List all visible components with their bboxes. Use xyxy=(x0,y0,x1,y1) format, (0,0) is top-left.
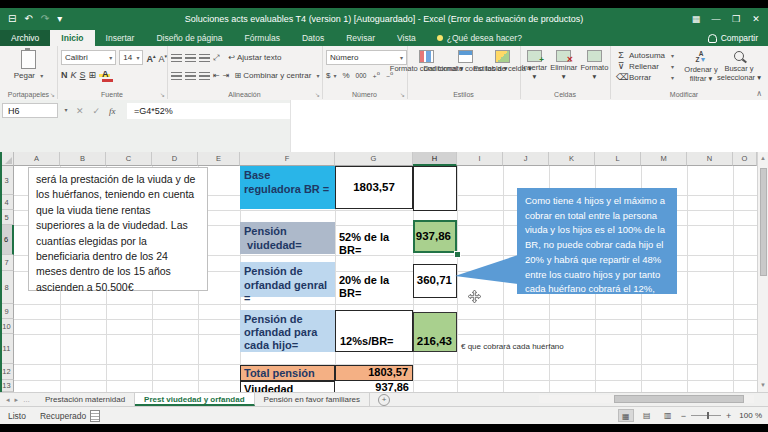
font-color-button[interactable]: A xyxy=(102,69,109,82)
tell-me-search[interactable]: ¿Qué desea hacer? xyxy=(427,30,532,46)
name-box[interactable]: H6 xyxy=(2,103,58,118)
column-header-F[interactable]: F xyxy=(240,152,335,166)
tab-datos[interactable]: Datos xyxy=(291,30,335,46)
column-header-G[interactable]: G xyxy=(335,152,413,166)
cell-h6-viudedad-value-selected[interactable]: 937,86 xyxy=(413,220,457,253)
tab-diseno-de-pagina[interactable]: Diseño de página xyxy=(145,30,233,46)
column-header-M[interactable]: M xyxy=(641,152,687,166)
cell-g6-viudedad-pct[interactable]: 52% de la BR= xyxy=(335,236,411,252)
view-page-break-icon[interactable]: ▥ xyxy=(660,409,676,422)
column-header-A[interactable]: A xyxy=(14,152,60,166)
align-center-icon[interactable] xyxy=(185,72,196,80)
enter-icon[interactable]: ✓ xyxy=(93,106,101,116)
increase-decimal-button[interactable]: ₊⁰ xyxy=(372,71,379,80)
cell-g12-total-value[interactable]: 1803,57 xyxy=(335,365,413,381)
view-page-layout-icon[interactable]: ▤ xyxy=(639,409,655,422)
sort-filter-button[interactable]: AZ▼ Ordenar yfiltrar ▾ xyxy=(682,46,720,83)
align-left-icon[interactable] xyxy=(171,72,182,80)
formula-input-expanded[interactable] xyxy=(290,100,768,152)
recovered-indicator[interactable]: Recuperado xyxy=(40,410,100,422)
zoom-in-icon[interactable]: + xyxy=(726,411,731,421)
column-header-O[interactable]: O xyxy=(733,152,757,166)
sheet-tab-pension-en-favor-familiares[interactable]: Pensión en favor familiares xyxy=(255,393,371,406)
decrease-indent-icon[interactable]: ⇤ xyxy=(213,69,220,82)
italic-button[interactable]: K xyxy=(71,69,77,82)
bold-button[interactable]: N xyxy=(61,69,68,82)
wrap-text-button[interactable]: ↩ Ajustar texto xyxy=(228,53,281,62)
autosum-button[interactable]: ΣAutosuma ▾ xyxy=(616,50,674,60)
row-header-12[interactable]: 12 xyxy=(0,364,14,380)
minimize-button[interactable]: — xyxy=(706,8,726,30)
shrink-font-button[interactable]: A▾ xyxy=(158,50,167,66)
note-textbox[interactable]: será la prestación de la viuda y de los … xyxy=(28,167,208,291)
restore-button[interactable]: ❒ xyxy=(726,8,746,30)
percent-button[interactable]: % xyxy=(342,71,349,80)
cell-h8-orfandad-value[interactable]: 360,71 xyxy=(413,264,457,298)
font-name-dropdown[interactable]: Calibri▾ xyxy=(61,50,116,65)
cell-f12-total-label[interactable]: Total pensión xyxy=(240,365,335,381)
dialog-launcher-icon[interactable]: ↘ xyxy=(400,91,405,98)
vertical-scrollbar[interactable]: ▲ ▼ xyxy=(757,152,768,392)
row-header-7[interactable]: 7 xyxy=(0,255,14,271)
row-header-9[interactable]: 9 xyxy=(0,304,14,319)
tab-vista[interactable]: Vista xyxy=(386,30,427,46)
zoom-level[interactable]: 100 % xyxy=(739,411,762,420)
scroll-up-icon[interactable]: ▲ xyxy=(758,152,768,165)
row-header-6[interactable]: 6 xyxy=(0,225,14,255)
column-header-D[interactable]: D xyxy=(152,152,198,166)
column-header-L[interactable]: L xyxy=(595,152,641,166)
column-header-J[interactable]: J xyxy=(503,152,549,166)
cell-h11-hijo-value[interactable]: 216,43 xyxy=(413,312,457,352)
number-format-dropdown[interactable]: Número▾ xyxy=(326,50,407,65)
column-header-N[interactable]: N xyxy=(687,152,733,166)
sheet-tab-prest-viudedad-y-orfandad[interactable]: Prest viudedad y orfandad xyxy=(135,393,254,406)
name-box-caret-icon[interactable]: ▾ xyxy=(60,103,72,118)
tab-insertar[interactable]: Insertar xyxy=(95,30,146,46)
new-sheet-icon[interactable]: + xyxy=(378,394,390,406)
currency-button[interactable]: $▾ xyxy=(326,71,336,80)
column-header-I[interactable]: I xyxy=(457,152,503,166)
worksheet-grid[interactable]: será la prestación de la viuda y de los … xyxy=(14,166,757,392)
comment-callout[interactable]: Como tiene 4 hijos y el máximo a cobrar … xyxy=(517,188,677,294)
scrollbar-thumb[interactable] xyxy=(614,395,744,403)
fill-button[interactable]: ⊽Rellenar ▾ xyxy=(616,61,674,71)
sheet-nav-left-icon[interactable]: ◂ xyxy=(6,396,10,404)
sheet-nav-right-icon[interactable]: ▸ xyxy=(15,396,19,404)
cell-i11-note[interactable]: € que cobrará cada huérfano xyxy=(461,339,621,351)
cell-g8-orfandad-pct[interactable]: 20% de la BR= xyxy=(335,279,411,295)
dialog-launcher-icon[interactable]: ↘ xyxy=(315,91,320,98)
column-header-H[interactable]: H xyxy=(413,152,457,166)
collapse-ribbon-icon[interactable]: ∧ xyxy=(756,89,762,98)
row-header-3[interactable]: 3 xyxy=(0,166,14,195)
column-header-C[interactable]: C xyxy=(106,152,152,166)
close-button[interactable]: ✕ xyxy=(746,8,766,30)
align-top-icon[interactable] xyxy=(171,54,182,62)
zoom-slider[interactable] xyxy=(691,415,721,416)
thousands-button[interactable]: 000 xyxy=(356,72,367,79)
cell-g3-base-value[interactable]: 1803,57 xyxy=(335,166,413,209)
cell-g13-viudedad-value[interactable]: 937,86 xyxy=(335,381,413,392)
cell-h3-empty[interactable] xyxy=(413,166,457,211)
scrollbar-thumb[interactable] xyxy=(760,168,767,276)
row-header-5[interactable]: 5 xyxy=(0,210,14,225)
tab-formulas[interactable]: Fórmulas xyxy=(234,30,291,46)
clear-button[interactable]: ⌫Borrar ▾ xyxy=(616,72,674,82)
fill-handle[interactable] xyxy=(454,251,461,258)
tab-archivo[interactable]: Archivo xyxy=(0,30,50,46)
tab-inicio[interactable]: Inicio xyxy=(50,30,94,46)
row-header-10[interactable]: 10 xyxy=(0,319,14,334)
grow-font-button[interactable]: A▴ xyxy=(146,50,155,66)
align-right-icon[interactable] xyxy=(199,72,210,80)
scroll-down-icon[interactable]: ▼ xyxy=(758,379,768,392)
zoom-out-icon[interactable]: − xyxy=(681,411,686,421)
row-header-4[interactable]: 4 xyxy=(0,195,14,210)
cancel-icon[interactable]: ✕ xyxy=(76,106,84,116)
borders-button[interactable]: ⊞ xyxy=(89,69,97,82)
horizontal-scrollbar[interactable] xyxy=(539,395,754,403)
row-header-13[interactable]: 13 xyxy=(0,380,14,392)
orientation-button[interactable]: ⤢ xyxy=(213,51,219,64)
ribbon-display-options-icon[interactable]: ▦ xyxy=(686,8,706,30)
paste-button[interactable]: Pegar ▾ xyxy=(0,46,57,80)
sheet-tab-prestacion-maternidad[interactable]: Prestación maternidad xyxy=(36,393,135,406)
row-header-8[interactable]: 8 xyxy=(0,271,14,304)
